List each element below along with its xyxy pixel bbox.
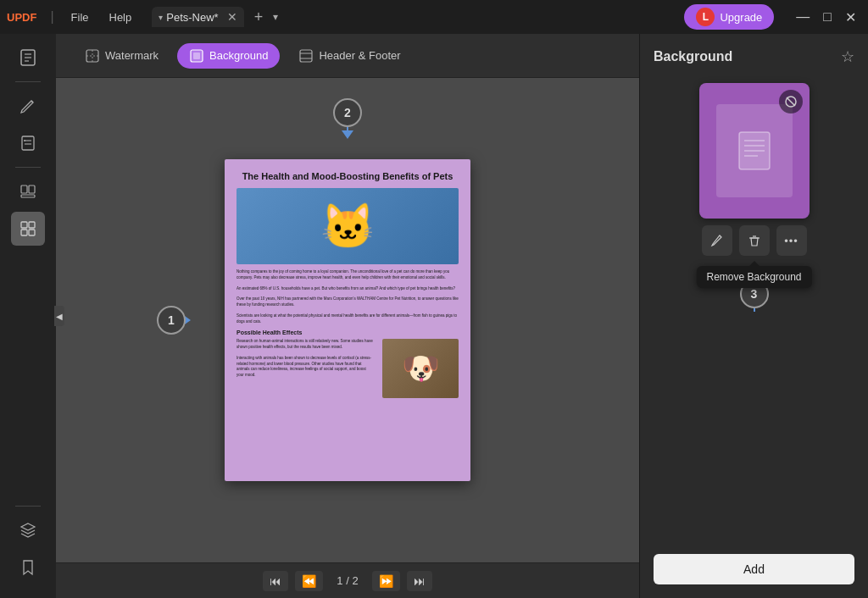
sidebar-collapse-arrow[interactable]: ◀ (54, 306, 64, 326)
maximize-button[interactable]: □ (818, 9, 837, 25)
prev-page-button[interactable]: ⏪ (295, 571, 323, 591)
pdf-text-3: Over the past 10 years, NIH has partnere… (236, 296, 459, 308)
sidebar: ◀ (0, 34, 56, 598)
toolbar: Watermark Background Header & Footer (56, 34, 639, 78)
tab: ▾ Pets-New* ✕ (152, 7, 243, 27)
right-panel-title: Background (654, 49, 732, 64)
tab-close-icon[interactable]: ✕ (227, 10, 237, 24)
window-controls: — □ ✕ (791, 9, 861, 25)
svg-rect-4 (22, 136, 34, 150)
svg-rect-15 (86, 50, 98, 62)
next-page-button[interactable]: ⏩ (372, 571, 400, 591)
app-logo: UPDF (7, 11, 36, 24)
pdf-subtitle: Possible Health Effects (236, 329, 459, 335)
background-card-actions: Remove Background ••• (654, 225, 854, 256)
svg-rect-13 (21, 230, 27, 235)
sidebar-item-edit[interactable] (11, 89, 45, 123)
sidebar-item-annotate[interactable] (11, 126, 45, 160)
favorite-button[interactable]: ☆ (841, 47, 854, 66)
svg-rect-19 (193, 53, 200, 59)
minimize-button[interactable]: — (791, 9, 815, 25)
tab-dropdown-icon[interactable]: ▾ (159, 13, 163, 22)
titlebar: UPDF | File Help ▾ Pets-New* ✕ + ▾ L Upg… (0, 0, 868, 34)
toolbar-background-label: Background (209, 49, 268, 62)
pdf-text-6: Interacting with animals has been shown … (236, 356, 374, 379)
svg-rect-11 (21, 222, 27, 228)
document-area: 2 1 The Health and Mood-Boosting Benefit… (56, 78, 639, 562)
pdf-text-2: An estimated 68% of U.S. households have… (236, 286, 459, 292)
sidebar-bottom (11, 502, 45, 591)
svg-line-29 (787, 97, 795, 106)
tab-title: Pets-New* (166, 11, 218, 24)
pdf-title: The Health and Mood-Boosting Benefits of… (236, 171, 459, 181)
toolbar-header-footer-label: Header & Footer (319, 49, 400, 62)
svg-rect-9 (29, 185, 35, 193)
svg-rect-12 (29, 222, 35, 228)
remove-background-tooltip: Remove Background (696, 266, 811, 288)
toolbar-watermark-label: Watermark (105, 49, 159, 62)
sidebar-item-reader[interactable] (11, 41, 45, 75)
menu-help[interactable]: Help (103, 8, 139, 27)
svg-rect-20 (300, 50, 312, 62)
more-options-button[interactable]: ••• (776, 225, 807, 256)
sidebar-item-tools[interactable] (11, 212, 45, 246)
sidebar-divider-1 (15, 81, 41, 82)
background-card (699, 83, 810, 219)
edit-background-button[interactable] (702, 225, 732, 256)
right-panel-header: Background ☆ (640, 34, 868, 73)
pdf-text-4: Scientists are looking at what the poten… (236, 313, 459, 325)
tab-list-chevron[interactable]: ▾ (273, 11, 278, 23)
add-background-button[interactable]: Add (654, 554, 854, 584)
background-card-preview (716, 104, 793, 197)
user-avatar: L (696, 8, 715, 26)
toolbar-background[interactable]: Background (177, 43, 280, 69)
content-area: Watermark Background Header & Footer 2 (56, 34, 639, 598)
upgrade-label: Upgrade (720, 11, 762, 24)
background-card-area: Remove Background ••• 3 (640, 73, 868, 544)
pagination: ⏮ ⏪ 1 / 2 ⏩ ⏭ (56, 562, 639, 598)
close-button[interactable]: ✕ (840, 9, 861, 25)
disable-background-button[interactable] (779, 90, 803, 114)
pdf-page: The Health and Mood-Boosting Benefits of… (225, 159, 470, 481)
page-info: 1 / 2 (330, 574, 364, 587)
svg-rect-8 (21, 185, 27, 193)
sidebar-divider-2 (15, 167, 41, 168)
delete-background-button[interactable] (739, 225, 770, 256)
svg-point-7 (24, 140, 25, 141)
callout-2: 2 (333, 98, 362, 127)
menu-file[interactable]: File (64, 8, 96, 27)
sidebar-item-layers[interactable] (11, 513, 45, 547)
svg-rect-14 (29, 230, 35, 235)
right-panel: Background ☆ (639, 34, 868, 598)
toolbar-header-footer[interactable]: Header & Footer (287, 43, 412, 69)
sidebar-item-bookmark[interactable] (11, 551, 45, 584)
callout-1: 1 (157, 306, 186, 335)
toolbar-watermark[interactable]: Watermark (73, 43, 170, 69)
pdf-text-1: Nothing compares to the joy of coming ho… (236, 269, 459, 281)
pdf-dog-image: 🐶 (382, 339, 459, 398)
sidebar-divider-3 (15, 506, 41, 507)
pdf-text-5: Research on human-animal interactions is… (236, 339, 374, 351)
upgrade-button[interactable]: L Upgrade (684, 4, 774, 30)
add-button-area: Add (640, 544, 868, 598)
last-page-button[interactable]: ⏭ (407, 571, 432, 591)
first-page-button[interactable]: ⏮ (263, 571, 288, 591)
main-area: ◀ Watermark Background Header & Footer 2 (0, 34, 868, 598)
pdf-cat-image: 🐱 (236, 188, 459, 264)
sidebar-item-organize[interactable] (11, 174, 45, 208)
svg-rect-10 (21, 195, 35, 197)
tab-add-button[interactable]: + (254, 8, 264, 26)
delete-background-container: Remove Background (739, 225, 770, 256)
